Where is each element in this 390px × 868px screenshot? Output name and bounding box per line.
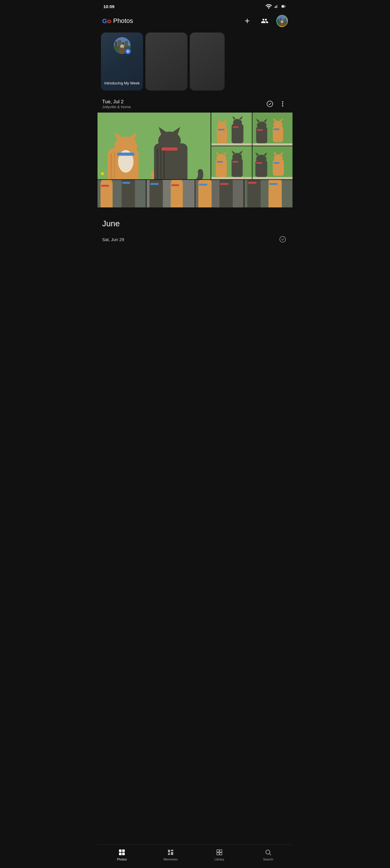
month-date-title: Sat, Jun 29 xyxy=(102,237,124,242)
svg-rect-142 xyxy=(199,184,207,185)
app-logo: Google Photos xyxy=(102,16,133,26)
svg-point-15 xyxy=(280,20,283,23)
svg-rect-14 xyxy=(284,18,287,22)
date-info: Tue, Jul 2 Jollyville & Home xyxy=(102,99,131,109)
memories-row: + Introducing My Week xyxy=(97,30,293,95)
svg-rect-71 xyxy=(273,126,283,142)
memory-title-first: Introducing My Week xyxy=(101,81,143,86)
svg-point-82 xyxy=(216,154,226,162)
nav-item-library[interactable]: Library xyxy=(195,847,244,862)
nav-label-photos: Photos xyxy=(117,858,127,861)
svg-rect-90 xyxy=(232,161,238,162)
svg-point-100 xyxy=(274,154,283,162)
svg-rect-167 xyxy=(220,850,222,852)
svg-rect-162 xyxy=(168,850,170,852)
svg-rect-35 xyxy=(114,151,115,179)
month-date-header: Sat, Jun 29 xyxy=(102,234,288,245)
photo-small-2[interactable] xyxy=(252,113,293,146)
photos-icon xyxy=(118,848,126,857)
nav-label-library: Library xyxy=(214,858,224,861)
svg-point-16 xyxy=(280,23,284,26)
memory-card-first[interactable]: + Introducing My Week xyxy=(101,32,143,91)
svg-point-58 xyxy=(233,119,242,126)
svg-rect-125 xyxy=(171,180,183,208)
photo-tiny-4[interactable] xyxy=(244,180,293,208)
svg-rect-19 xyxy=(115,41,117,46)
photo-small-4[interactable] xyxy=(252,146,293,179)
svg-rect-41 xyxy=(157,149,158,179)
svg-rect-159 xyxy=(122,849,125,852)
svg-line-171 xyxy=(270,854,271,855)
svg-rect-108 xyxy=(100,180,113,208)
account-button[interactable] xyxy=(276,15,288,27)
svg-rect-93 xyxy=(252,177,293,179)
status-time: 10:09 xyxy=(103,4,114,9)
svg-rect-65 xyxy=(252,143,293,146)
photo-small-1[interactable] xyxy=(211,113,252,146)
svg-point-26 xyxy=(282,101,283,102)
status-icons xyxy=(265,3,287,10)
add-button[interactable] xyxy=(241,15,253,27)
svg-rect-156 xyxy=(269,183,277,185)
date-section: Tue, Jul 2 Jollyville & Home xyxy=(97,95,293,113)
svg-rect-130 xyxy=(171,184,179,186)
bottom-nav: Photos Memories Library xyxy=(97,844,293,868)
star-indicator: ★ xyxy=(100,170,105,177)
svg-rect-103 xyxy=(256,162,262,164)
svg-rect-2 xyxy=(276,5,277,8)
svg-point-68 xyxy=(257,122,266,129)
svg-rect-168 xyxy=(217,852,219,855)
photo-tiny-1[interactable] xyxy=(97,180,146,208)
memory-card-third[interactable] xyxy=(190,32,224,91)
nav-label-search: Search xyxy=(263,858,273,861)
svg-point-72 xyxy=(273,121,282,128)
svg-point-27 xyxy=(282,103,283,104)
search-icon xyxy=(264,848,272,857)
people-button[interactable] xyxy=(259,15,270,27)
svg-rect-164 xyxy=(171,852,173,855)
logo-photos-text: Photos xyxy=(113,17,133,25)
check-circle-icon xyxy=(266,100,273,107)
photo-main-large[interactable]: ★ xyxy=(97,113,211,179)
svg-rect-169 xyxy=(220,852,222,855)
svg-rect-163 xyxy=(171,850,173,851)
photo-tiny-2[interactable] xyxy=(147,180,195,208)
app-header: Google Photos xyxy=(97,11,293,30)
svg-rect-99 xyxy=(273,160,284,176)
month-section: June Sat, Jun 29 xyxy=(97,208,293,249)
select-date-button[interactable] xyxy=(265,99,275,109)
svg-rect-5 xyxy=(282,5,284,7)
svg-rect-0 xyxy=(274,7,275,8)
select-month-date-button[interactable] xyxy=(277,234,288,245)
wifi-icon xyxy=(265,3,272,10)
photo-small-3[interactable] xyxy=(211,146,252,179)
nav-item-memories[interactable]: Memories xyxy=(146,847,195,862)
battery-icon xyxy=(280,4,287,8)
signal-icon xyxy=(274,4,278,8)
photo-tiny-3[interactable] xyxy=(195,180,244,208)
nav-item-search[interactable]: Search xyxy=(244,847,293,862)
svg-rect-166 xyxy=(217,850,219,852)
svg-rect-62 xyxy=(233,126,239,128)
check-circle-outline-icon xyxy=(279,236,286,243)
svg-rect-116 xyxy=(101,185,109,187)
memory-card-second[interactable] xyxy=(145,32,187,91)
svg-rect-165 xyxy=(168,853,170,855)
svg-rect-6 xyxy=(285,6,286,7)
svg-rect-89 xyxy=(217,161,222,162)
svg-rect-160 xyxy=(119,852,122,855)
svg-rect-129 xyxy=(150,183,158,185)
svg-rect-104 xyxy=(273,162,279,164)
nav-item-photos[interactable]: Photos xyxy=(97,847,146,862)
svg-rect-42 xyxy=(160,146,161,179)
date-actions xyxy=(265,99,288,109)
svg-point-96 xyxy=(256,155,267,163)
svg-rect-43 xyxy=(163,147,165,179)
date-location: Jollyville & Home xyxy=(102,105,131,109)
memory-add-button[interactable]: + xyxy=(125,48,131,55)
more-options-button[interactable] xyxy=(277,99,288,109)
avatar-inner xyxy=(277,16,287,26)
avatar xyxy=(276,15,288,27)
svg-rect-51 xyxy=(211,143,252,146)
people-icon xyxy=(261,17,268,25)
